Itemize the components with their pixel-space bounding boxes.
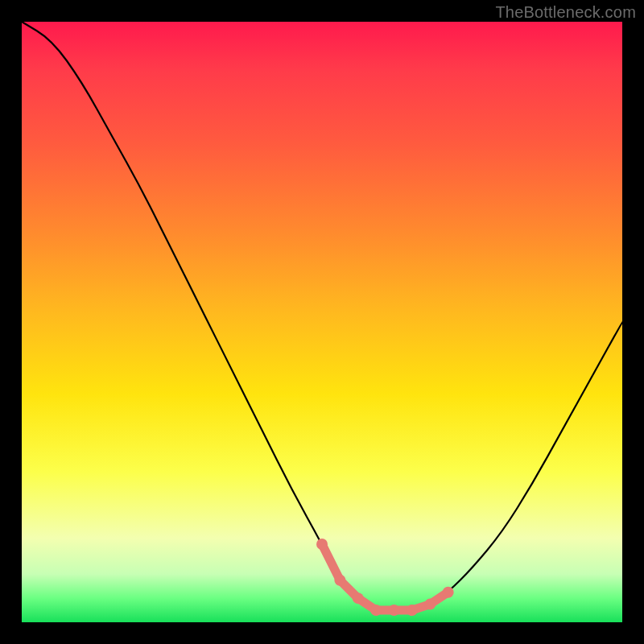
- watermark-text: TheBottleneck.com: [495, 3, 636, 22]
- bottleneck-curve: [22, 22, 622, 610]
- optimal-point: [424, 599, 436, 610]
- curve-svg: [22, 22, 622, 622]
- optimal-point: [316, 539, 328, 550]
- optimal-point: [389, 605, 400, 616]
- chart-frame: TheBottleneck.com: [0, 0, 644, 644]
- optimal-point: [334, 575, 345, 586]
- optimal-point: [353, 592, 364, 604]
- optimal-point: [407, 605, 418, 616]
- optimal-point: [370, 605, 382, 616]
- optimal-point: [443, 587, 454, 598]
- optimal-range-markers: [316, 539, 454, 616]
- plot-area: [22, 22, 622, 622]
